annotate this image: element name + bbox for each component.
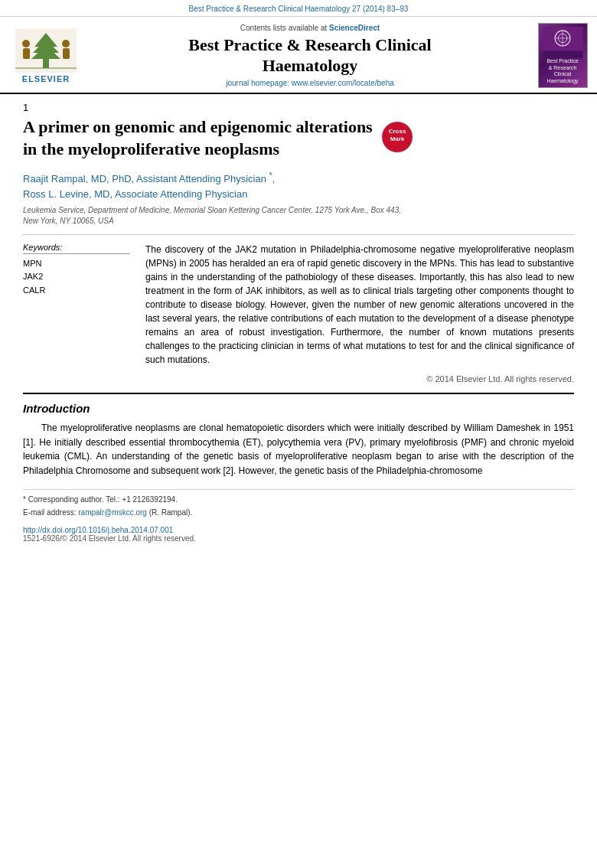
elsevier-tree-icon xyxy=(15,28,77,73)
abstract-paragraph: The discovery of the JAK2 mutation in Ph… xyxy=(145,243,574,367)
copyright-line: © 2014 Elsevier Ltd. All rights reserved… xyxy=(145,373,574,386)
affiliation: Leukemia Service, Department of Medicine… xyxy=(23,205,574,227)
doi-legal: 1521-6926/© 2014 Elsevier Ltd. All right… xyxy=(23,534,574,543)
corresponding-author-note: * Corresponding author. Tel.: +1 2126392… xyxy=(23,494,574,505)
elsevier-wordmark: ELSEVIER xyxy=(22,74,70,83)
svg-text:Mark: Mark xyxy=(390,135,404,142)
svg-text:Cross: Cross xyxy=(388,128,406,135)
abstract-section: Keywords: MPN JAK2 CALR The discovery of… xyxy=(23,243,574,386)
abstract-text: The discovery of the JAK2 mutation in Ph… xyxy=(145,243,574,386)
sciencedirect-link[interactable]: ScienceDirect xyxy=(329,24,380,32)
journal-homepage: journal homepage: www.elsevier.com/locat… xyxy=(226,79,394,87)
cover-caption: Best Practice & Research Clinical Haemat… xyxy=(546,58,578,84)
article-number: 1 xyxy=(23,102,574,113)
keyword-mpn: MPN xyxy=(23,257,130,271)
journal-cover: Best Practice & Research Clinical Haemat… xyxy=(536,23,589,88)
footnote-area: * Corresponding author. Tel.: +1 2126392… xyxy=(23,489,574,518)
cover-image: Best Practice & Research Clinical Haemat… xyxy=(538,23,588,88)
journal-header: ELSEVIER Contents lists available at Sci… xyxy=(0,17,597,94)
email-label: E-mail address: xyxy=(23,508,76,517)
elsevier-logo-container: ELSEVIER xyxy=(8,23,84,88)
divider-thick xyxy=(23,393,574,394)
introduction-text: The myeloproliferative neoplasms are clo… xyxy=(23,421,574,478)
corresponding-author-label: * Corresponding author. Tel.: +1 2126392… xyxy=(23,495,178,504)
journal-center: Contents lists available at ScienceDirec… xyxy=(92,23,528,88)
keyword-calr: CALR xyxy=(23,284,130,298)
svg-rect-1 xyxy=(43,57,49,68)
email-suffix: (R. Rampal). xyxy=(149,508,193,517)
doi-area: http://dx.doi.org/10.1016/j.beha.2014.07… xyxy=(23,526,574,543)
keywords-title: Keywords: xyxy=(23,243,130,254)
crossmark-badge[interactable]: Cross Mark xyxy=(380,120,415,155)
title-row: A primer on genomic and epigenomic alter… xyxy=(23,116,574,169)
svg-point-7 xyxy=(62,40,70,47)
email-line: E-mail address: rampalr@mskcc.org (R. Ra… xyxy=(23,507,574,518)
svg-point-5 xyxy=(22,40,30,47)
email-address[interactable]: rampalr@mskcc.org xyxy=(78,508,147,517)
svg-rect-6 xyxy=(23,48,30,59)
top-banner: Best Practice & Research Clinical Haemat… xyxy=(0,0,597,17)
page: Best Practice & Research Clinical Haemat… xyxy=(0,0,597,868)
authors: Raajit Rampal, MD, PhD, Assistant Attend… xyxy=(23,169,574,201)
divider-1 xyxy=(23,234,574,235)
svg-rect-15 xyxy=(543,51,582,58)
main-content: 1 A primer on genomic and epigenomic alt… xyxy=(0,94,597,558)
cover-art-icon xyxy=(539,27,587,58)
introduction-heading: Introduction xyxy=(23,402,574,415)
keyword-jak2: JAK2 xyxy=(23,270,130,284)
doi-link[interactable]: http://dx.doi.org/10.1016/j.beha.2014.07… xyxy=(23,526,574,534)
article-title: A primer on genomic and epigenomic alter… xyxy=(23,116,373,160)
keywords-column: Keywords: MPN JAK2 CALR xyxy=(23,243,130,386)
contents-available-line: Contents lists available at ScienceDirec… xyxy=(240,24,380,32)
journal-citation: Best Practice & Research Clinical Haemat… xyxy=(189,5,409,13)
journal-title: Best Practice & Research ClinicalHaemato… xyxy=(188,35,431,76)
contents-label: Contents lists available at xyxy=(240,24,327,32)
svg-rect-8 xyxy=(63,48,70,59)
crossmark-icon: Cross Mark xyxy=(380,120,415,155)
